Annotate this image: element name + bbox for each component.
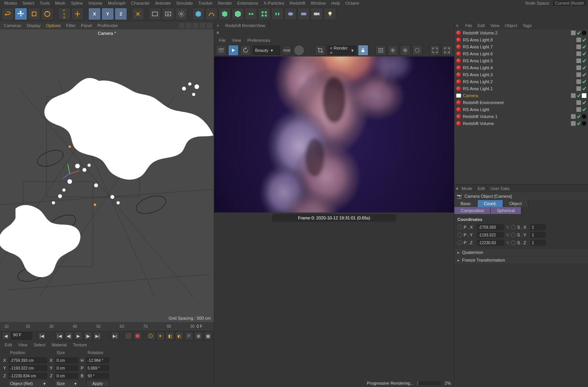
rot-key-button[interactable]: ◐ xyxy=(175,332,184,340)
cube-primitive-button[interactable] xyxy=(192,8,205,20)
menu-octane[interactable]: Octane xyxy=(343,1,362,5)
timeline-ruler[interactable]: 10 20 30 40 50 60 70 80 90 0 F xyxy=(0,322,214,330)
visibility-tag[interactable] xyxy=(576,100,581,105)
psr-button[interactable]: PSR xyxy=(58,8,70,20)
mat-view[interactable]: View xyxy=(15,342,31,347)
record-button[interactable] xyxy=(124,332,133,340)
circle-button[interactable] xyxy=(412,45,423,56)
mat-select[interactable]: Select xyxy=(31,342,49,347)
pos-key-button[interactable]: ✦ xyxy=(156,332,165,340)
obj-object[interactable]: Object xyxy=(502,23,519,28)
clapper-icon[interactable] xyxy=(216,45,227,56)
obj-hamburger-icon[interactable]: ≡ xyxy=(456,23,462,28)
coord-system-button[interactable] xyxy=(132,8,144,20)
object-row[interactable]: RS Area Light.3 xyxy=(454,71,588,78)
frame-field[interactable]: 90 F xyxy=(11,332,33,340)
x-axis-button[interactable]: X xyxy=(88,8,101,20)
object-row[interactable]: Camera xyxy=(454,92,588,99)
render-pv-button[interactable] xyxy=(162,8,174,20)
enable-tag[interactable] xyxy=(582,45,586,49)
menu-modes[interactable]: Modes xyxy=(2,1,20,5)
menu-character[interactable]: Character xyxy=(128,1,152,5)
attr-sx-field[interactable]: 1 xyxy=(530,224,546,230)
render-output[interactable] xyxy=(214,57,454,212)
visibility-tag[interactable] xyxy=(571,93,576,98)
rot-h-field[interactable]: -12.984 ° xyxy=(86,357,109,363)
vp-cameras[interactable]: Cameras xyxy=(2,23,24,28)
tab-spherical[interactable]: Spherical xyxy=(491,207,521,214)
object-row[interactable]: RS Area Light.5 xyxy=(454,57,588,64)
object-row[interactable]: RS Area Light.4 xyxy=(454,64,588,71)
ipr-start-button[interactable] xyxy=(228,45,239,56)
field-button[interactable] xyxy=(245,8,257,20)
crop-button[interactable] xyxy=(315,45,326,56)
size-x-field[interactable]: 0 cm xyxy=(55,357,78,363)
param-key-button[interactable]: P xyxy=(184,332,193,340)
aov-dropdown[interactable]: Beauty▾ xyxy=(253,46,280,55)
menu-help[interactable]: Help xyxy=(328,1,343,5)
fit-button[interactable] xyxy=(442,45,452,56)
freeze-transform-section[interactable]: ▸Freeze Transformation xyxy=(454,257,588,264)
object-row[interactable]: RS Area Light.8 xyxy=(454,36,588,43)
vp-options[interactable]: Options xyxy=(44,23,63,28)
material-tag[interactable] xyxy=(582,121,586,126)
menu-simulate[interactable]: Simulate xyxy=(174,1,196,5)
menu-tracker[interactable]: Tracker xyxy=(196,1,215,5)
move-button[interactable] xyxy=(15,8,27,20)
channel-button[interactable] xyxy=(294,45,304,56)
goto-next-key-button[interactable]: ▶| xyxy=(93,332,102,340)
render-region-dropdown[interactable]: < Render >▾ xyxy=(327,46,356,55)
tab-basic[interactable]: Basic xyxy=(454,200,478,207)
quaternion-section[interactable]: ▸Quaternion xyxy=(454,249,588,256)
visibility-tag[interactable] xyxy=(576,38,581,42)
visibility-tag[interactable] xyxy=(576,51,581,56)
bulb-button[interactable] xyxy=(324,8,336,20)
refresh-button[interactable] xyxy=(240,45,251,56)
vp-icon-4[interactable] xyxy=(200,23,205,28)
light-button[interactable] xyxy=(297,8,310,20)
enable-tag[interactable] xyxy=(576,31,581,35)
vp-display[interactable]: Display xyxy=(24,23,43,28)
deformer-button[interactable] xyxy=(232,8,244,20)
enable-tag[interactable] xyxy=(582,107,586,112)
object-row[interactable]: Redshift Volume.2 xyxy=(454,29,588,36)
object-mode-dropdown[interactable]: Object (Rel)▾ xyxy=(9,380,47,387)
object-row[interactable]: Redshift Environment xyxy=(454,99,588,106)
goto-end-button[interactable]: ▶| xyxy=(111,332,120,340)
vp-icon-3[interactable] xyxy=(193,23,198,28)
y-axis-button[interactable]: Y xyxy=(101,8,114,20)
object-row[interactable]: RS Area Light.6 xyxy=(454,50,588,57)
prev-frame-button[interactable]: ◀| xyxy=(65,332,74,340)
menu-spline[interactable]: Spline xyxy=(68,1,86,5)
tab-object[interactable]: Object xyxy=(503,200,528,207)
object-row[interactable]: RS Area Light xyxy=(454,106,588,113)
enable-tag[interactable] xyxy=(582,100,586,105)
visibility-tag[interactable] xyxy=(571,31,576,35)
capsule-button[interactable] xyxy=(284,8,297,20)
attr-mode[interactable]: Mode xyxy=(459,186,475,191)
menu-mesh[interactable]: Mesh xyxy=(52,1,68,5)
attr-hamburger-icon[interactable]: ≡ xyxy=(456,186,458,191)
next-frame-button[interactable]: |▶ xyxy=(84,332,93,340)
enable-tag[interactable] xyxy=(582,72,586,77)
visibility-tag[interactable] xyxy=(571,114,576,119)
anim-dot-icon[interactable] xyxy=(457,225,462,229)
start-frame-button[interactable]: ◀ xyxy=(2,332,10,340)
rot-p-field[interactable]: 5.069 ° xyxy=(86,365,109,371)
anim-dot-icon[interactable] xyxy=(511,225,516,229)
enable-tag[interactable] xyxy=(576,93,581,98)
rv-view[interactable]: View xyxy=(229,38,244,43)
attr-pz-field[interactable]: -12230.83 xyxy=(477,240,504,246)
material-tag[interactable] xyxy=(582,31,586,35)
bucket-button[interactable] xyxy=(375,45,386,56)
anim-dot-icon[interactable] xyxy=(511,240,516,245)
snowflake2-button[interactable] xyxy=(400,45,411,56)
generator-button[interactable] xyxy=(218,8,231,20)
goto-prev-key-button[interactable]: |◀ xyxy=(55,332,64,340)
anim-dot-icon[interactable] xyxy=(457,233,462,237)
lock-button[interactable] xyxy=(358,45,369,56)
mat-material[interactable]: Material xyxy=(48,342,70,347)
scale-button[interactable] xyxy=(28,8,40,20)
keyframe-sel-button[interactable] xyxy=(146,332,155,340)
undo-button[interactable] xyxy=(2,8,14,20)
